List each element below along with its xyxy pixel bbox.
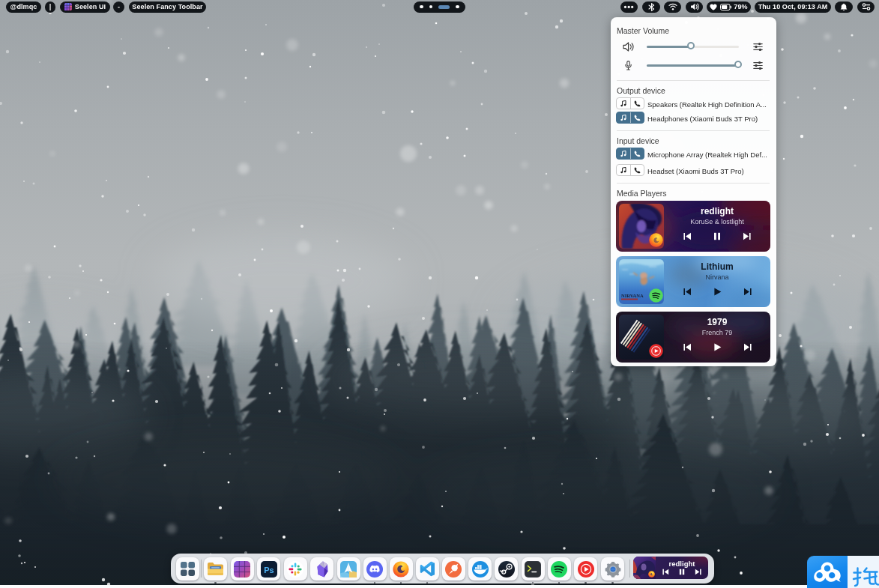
svg-text:NIRVANA: NIRVANA	[621, 293, 644, 298]
svg-text:Ps: Ps	[264, 565, 274, 574]
